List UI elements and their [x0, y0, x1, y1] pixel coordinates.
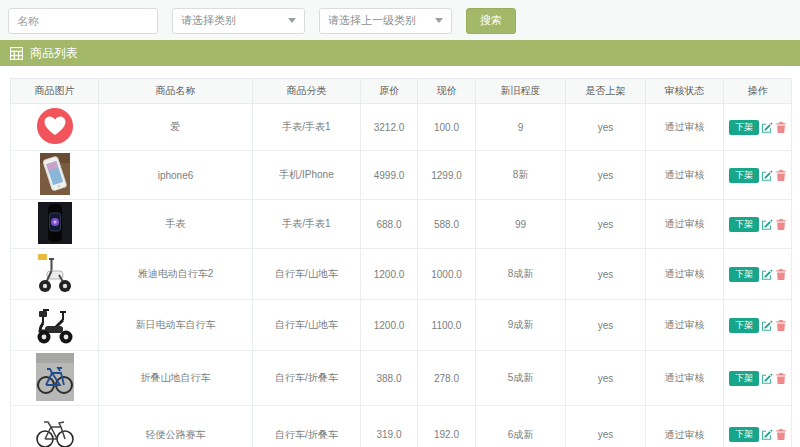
product-table: 商品图片 商品名称 商品分类 原价 现价 新旧程度 是否上架 审核状态 操作 爱…	[10, 78, 792, 447]
cell-condition: 8新	[476, 151, 566, 200]
unlist-button[interactable]: 下架	[729, 168, 759, 183]
parent-category-select[interactable]: 请选择上一级类别	[319, 8, 452, 34]
delete-icon[interactable]	[776, 429, 786, 440]
unlist-button[interactable]: 下架	[729, 318, 759, 333]
category-select[interactable]: 请选择类别	[172, 8, 305, 34]
col-product-image: 商品图片	[11, 79, 99, 104]
cell-product-name: iphone6	[99, 151, 253, 200]
cell-audit-status: 通过审核	[646, 104, 724, 151]
unlist-button[interactable]: 下架	[729, 267, 759, 282]
cell-condition: 6成新	[476, 406, 566, 447]
unlist-button[interactable]: 下架	[729, 217, 759, 232]
cell-current-price: 1000.0	[418, 249, 476, 300]
cell-current-price: 1299.0	[418, 151, 476, 200]
cell-product-name: 手表	[99, 200, 253, 249]
electric-scooter-photo	[35, 251, 75, 295]
col-listed: 是否上架	[566, 79, 646, 104]
unlist-button[interactable]: 下架	[729, 371, 759, 386]
chevron-down-icon	[435, 18, 443, 23]
panel-title: 商品列表	[30, 45, 78, 62]
cell-category: 手表/手表1	[253, 200, 361, 249]
cell-condition: 9成新	[476, 300, 566, 351]
cell-product-name: 新日电动车自行车	[99, 300, 253, 351]
cell-category: 自行车/山地车	[253, 249, 361, 300]
edit-icon[interactable]	[762, 320, 773, 331]
edit-icon[interactable]	[762, 429, 773, 440]
product-table-wrap: 商品图片 商品名称 商品分类 原价 现价 新旧程度 是否上架 审核状态 操作 爱…	[0, 66, 800, 447]
cell-original-price: 319.0	[361, 406, 418, 447]
mountain-bike-photo	[36, 353, 74, 401]
cell-product-name: 折叠山地自行车	[99, 351, 253, 406]
delete-icon[interactable]	[776, 170, 786, 181]
delete-icon[interactable]	[776, 219, 786, 230]
cell-category: 自行车/折叠车	[253, 406, 361, 447]
cell-product-name: 雅迪电动自行车2	[99, 249, 253, 300]
edit-icon[interactable]	[762, 219, 773, 230]
cell-listed: yes	[566, 300, 646, 351]
cell-current-price: 100.0	[418, 104, 476, 151]
table-row: 爱 手表/手表1 3212.0 100.0 9 yes 通过审核 下架	[11, 104, 792, 151]
cell-original-price: 1200.0	[361, 300, 418, 351]
cell-condition: 8成新	[476, 249, 566, 300]
cell-listed: yes	[566, 249, 646, 300]
cell-current-price: 278.0	[418, 351, 476, 406]
edit-icon[interactable]	[762, 170, 773, 181]
col-audit-status: 审核状态	[646, 79, 724, 104]
cell-condition: 99	[476, 200, 566, 249]
delete-icon[interactable]	[776, 122, 786, 133]
cell-listed: yes	[566, 200, 646, 249]
table-row: 折叠山地自行车 自行车/折叠车 388.0 278.0 5成新 yes 通过审核…	[11, 351, 792, 406]
unlist-button[interactable]: 下架	[729, 120, 759, 135]
cell-audit-status: 通过审核	[646, 300, 724, 351]
cell-condition: 9	[476, 104, 566, 151]
cell-original-price: 688.0	[361, 200, 418, 249]
cell-current-price: 1100.0	[418, 300, 476, 351]
col-category: 商品分类	[253, 79, 361, 104]
table-row: 手表 手表/手表1 688.0 588.0 99 yes 通过审核 下架	[11, 200, 792, 249]
cell-audit-status: 通过审核	[646, 406, 724, 447]
cell-audit-status: 通过审核	[646, 151, 724, 200]
cell-current-price: 588.0	[418, 200, 476, 249]
cell-category: 自行车/山地车	[253, 300, 361, 351]
iphone-photo	[40, 153, 70, 195]
cell-original-price: 388.0	[361, 351, 418, 406]
col-condition: 新旧程度	[476, 79, 566, 104]
table-row: 雅迪电动自行车2 自行车/山地车 1200.0 1000.0 8成新 yes 通…	[11, 249, 792, 300]
table-row: 新日电动车自行车 自行车/山地车 1200.0 1100.0 9成新 yes 通…	[11, 300, 792, 351]
road-bike-photo	[35, 409, 75, 447]
unlist-button[interactable]: 下架	[729, 427, 759, 442]
parent-category-select-value: 请选择上一级类别	[328, 13, 416, 28]
name-input[interactable]	[8, 8, 158, 34]
col-operations: 操作	[724, 79, 792, 104]
cell-audit-status: 通过审核	[646, 249, 724, 300]
col-original-price: 原价	[361, 79, 418, 104]
cell-condition: 5成新	[476, 351, 566, 406]
cell-listed: yes	[566, 151, 646, 200]
edit-icon[interactable]	[762, 373, 773, 384]
search-button[interactable]: 搜索	[466, 8, 516, 34]
table-row: 轻便公路赛车 自行车/折叠车 319.0 192.0 6成新 yes 通过审核 …	[11, 406, 792, 447]
cell-audit-status: 通过审核	[646, 200, 724, 249]
cell-product-name: 轻便公路赛车	[99, 406, 253, 447]
filter-bar: 请选择类别 请选择上一级类别 搜索	[0, 0, 800, 40]
table-row: iphone6 手机/IPhone 4999.0 1299.0 8新 yes 通…	[11, 151, 792, 200]
heart-logo	[36, 107, 74, 145]
edit-icon[interactable]	[762, 269, 773, 280]
delete-icon[interactable]	[776, 320, 786, 331]
product-table-body: 爱 手表/手表1 3212.0 100.0 9 yes 通过审核 下架	[11, 104, 792, 447]
cell-original-price: 4999.0	[361, 151, 418, 200]
col-product-name: 商品名称	[99, 79, 253, 104]
electric-bike-photo	[35, 302, 75, 346]
category-select-value: 请选择类别	[181, 13, 236, 28]
cell-category: 手表/手表1	[253, 104, 361, 151]
chevron-down-icon	[288, 18, 296, 23]
smartwatch-photo	[38, 202, 72, 244]
delete-icon[interactable]	[776, 373, 786, 384]
cell-audit-status: 通过审核	[646, 351, 724, 406]
cell-listed: yes	[566, 351, 646, 406]
panel-header: 商品列表	[0, 40, 800, 66]
delete-icon[interactable]	[776, 269, 786, 280]
cell-original-price: 1200.0	[361, 249, 418, 300]
edit-icon[interactable]	[762, 122, 773, 133]
table-grid-icon	[10, 47, 23, 60]
